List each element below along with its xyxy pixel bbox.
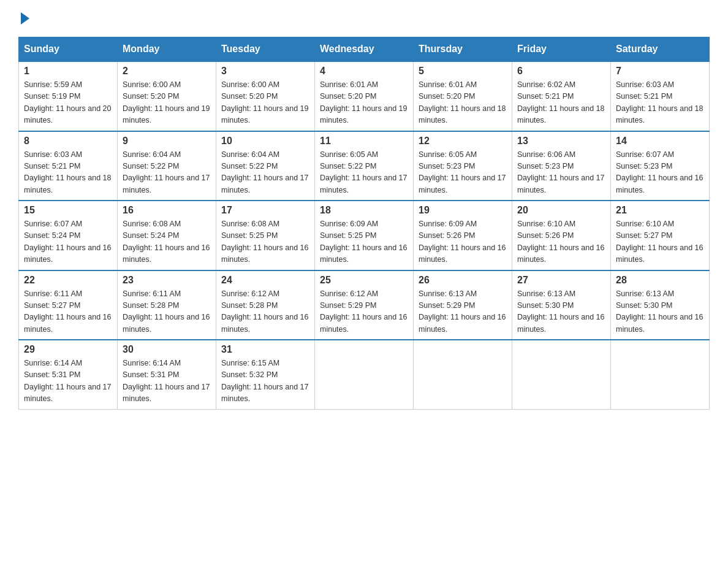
calendar-day-cell: 25 Sunrise: 6:12 AMSunset: 5:29 PMDaylig… bbox=[315, 270, 414, 340]
weekday-header-sunday: Sunday bbox=[19, 37, 118, 62]
day-number: 6 bbox=[517, 66, 605, 77]
page-header bbox=[18, 12, 710, 25]
calendar-day-cell: 30 Sunrise: 6:14 AMSunset: 5:31 PMDaylig… bbox=[118, 340, 216, 409]
day-info: Sunrise: 6:08 AMSunset: 5:25 PMDaylight:… bbox=[221, 218, 309, 266]
calendar-day-cell: 21 Sunrise: 6:10 AMSunset: 5:27 PMDaylig… bbox=[611, 201, 710, 270]
weekday-header-row: SundayMondayTuesdayWednesdayThursdayFrid… bbox=[19, 37, 710, 62]
day-number: 17 bbox=[221, 205, 309, 216]
calendar-day-cell: 6 Sunrise: 6:02 AMSunset: 5:21 PMDayligh… bbox=[512, 61, 611, 131]
day-info: Sunrise: 6:13 AMSunset: 5:29 PMDaylight:… bbox=[419, 288, 507, 336]
day-info: Sunrise: 6:01 AMSunset: 5:20 PMDaylight:… bbox=[320, 79, 408, 127]
day-info: Sunrise: 6:06 AMSunset: 5:23 PMDaylight:… bbox=[517, 149, 605, 197]
calendar-day-cell: 22 Sunrise: 6:11 AMSunset: 5:27 PMDaylig… bbox=[19, 270, 118, 340]
calendar-day-cell: 9 Sunrise: 6:04 AMSunset: 5:22 PMDayligh… bbox=[118, 131, 216, 201]
logo bbox=[18, 12, 32, 25]
day-info: Sunrise: 6:07 AMSunset: 5:23 PMDaylight:… bbox=[616, 149, 704, 197]
calendar-week-row: 22 Sunrise: 6:11 AMSunset: 5:27 PMDaylig… bbox=[19, 270, 710, 340]
calendar-day-cell: 19 Sunrise: 6:09 AMSunset: 5:26 PMDaylig… bbox=[414, 201, 512, 270]
day-info: Sunrise: 6:04 AMSunset: 5:22 PMDaylight:… bbox=[221, 149, 309, 197]
day-number: 31 bbox=[221, 344, 309, 355]
calendar-day-cell: 18 Sunrise: 6:09 AMSunset: 5:25 PMDaylig… bbox=[315, 201, 414, 270]
day-info: Sunrise: 6:02 AMSunset: 5:21 PMDaylight:… bbox=[517, 79, 605, 127]
day-info: Sunrise: 6:10 AMSunset: 5:27 PMDaylight:… bbox=[616, 218, 704, 266]
day-info: Sunrise: 6:04 AMSunset: 5:22 PMDaylight:… bbox=[123, 149, 211, 197]
calendar-week-row: 15 Sunrise: 6:07 AMSunset: 5:24 PMDaylig… bbox=[19, 201, 710, 270]
day-number: 18 bbox=[320, 205, 408, 216]
day-info: Sunrise: 5:59 AMSunset: 5:19 PMDaylight:… bbox=[24, 79, 112, 127]
day-number: 9 bbox=[123, 136, 211, 147]
calendar-day-cell: 29 Sunrise: 6:14 AMSunset: 5:31 PMDaylig… bbox=[19, 340, 118, 409]
day-number: 15 bbox=[24, 205, 112, 216]
day-number: 16 bbox=[123, 205, 211, 216]
day-number: 10 bbox=[221, 136, 309, 147]
calendar-day-cell: 23 Sunrise: 6:11 AMSunset: 5:28 PMDaylig… bbox=[118, 270, 216, 340]
calendar-day-cell: 20 Sunrise: 6:10 AMSunset: 5:26 PMDaylig… bbox=[512, 201, 611, 270]
day-number: 8 bbox=[24, 136, 112, 147]
day-info: Sunrise: 6:14 AMSunset: 5:31 PMDaylight:… bbox=[24, 358, 112, 405]
day-number: 24 bbox=[221, 275, 309, 286]
calendar-day-cell bbox=[512, 340, 611, 409]
day-number: 13 bbox=[517, 136, 605, 147]
day-info: Sunrise: 6:11 AMSunset: 5:27 PMDaylight:… bbox=[24, 288, 112, 336]
day-number: 4 bbox=[320, 66, 408, 77]
calendar-day-cell: 2 Sunrise: 6:00 AMSunset: 5:20 PMDayligh… bbox=[118, 61, 216, 131]
day-number: 25 bbox=[320, 275, 408, 286]
day-info: Sunrise: 6:15 AMSunset: 5:32 PMDaylight:… bbox=[221, 358, 309, 405]
calendar-day-cell: 10 Sunrise: 6:04 AMSunset: 5:22 PMDaylig… bbox=[216, 131, 315, 201]
day-number: 7 bbox=[616, 66, 704, 77]
day-info: Sunrise: 6:00 AMSunset: 5:20 PMDaylight:… bbox=[123, 79, 211, 127]
day-info: Sunrise: 6:13 AMSunset: 5:30 PMDaylight:… bbox=[616, 288, 704, 336]
calendar-day-cell: 26 Sunrise: 6:13 AMSunset: 5:29 PMDaylig… bbox=[414, 270, 512, 340]
calendar-day-cell: 12 Sunrise: 6:05 AMSunset: 5:23 PMDaylig… bbox=[414, 131, 512, 201]
day-info: Sunrise: 6:13 AMSunset: 5:30 PMDaylight:… bbox=[517, 288, 605, 336]
day-number: 23 bbox=[123, 275, 211, 286]
calendar-day-cell: 17 Sunrise: 6:08 AMSunset: 5:25 PMDaylig… bbox=[216, 201, 315, 270]
weekday-header-thursday: Thursday bbox=[414, 37, 512, 62]
day-number: 26 bbox=[419, 275, 507, 286]
weekday-header-wednesday: Wednesday bbox=[315, 37, 414, 62]
calendar-week-row: 29 Sunrise: 6:14 AMSunset: 5:31 PMDaylig… bbox=[19, 340, 710, 409]
day-info: Sunrise: 6:09 AMSunset: 5:25 PMDaylight:… bbox=[320, 218, 408, 266]
calendar-day-cell bbox=[315, 340, 414, 409]
calendar-day-cell: 16 Sunrise: 6:08 AMSunset: 5:24 PMDaylig… bbox=[118, 201, 216, 270]
day-number: 3 bbox=[221, 66, 309, 77]
day-number: 20 bbox=[517, 205, 605, 216]
calendar-day-cell bbox=[414, 340, 512, 409]
day-info: Sunrise: 6:03 AMSunset: 5:21 PMDaylight:… bbox=[24, 149, 112, 197]
day-info: Sunrise: 6:01 AMSunset: 5:20 PMDaylight:… bbox=[419, 79, 507, 127]
day-number: 28 bbox=[616, 275, 704, 286]
calendar-day-cell: 11 Sunrise: 6:05 AMSunset: 5:22 PMDaylig… bbox=[315, 131, 414, 201]
day-info: Sunrise: 6:12 AMSunset: 5:29 PMDaylight:… bbox=[320, 288, 408, 336]
day-info: Sunrise: 6:05 AMSunset: 5:22 PMDaylight:… bbox=[320, 149, 408, 197]
day-number: 2 bbox=[123, 66, 211, 77]
day-info: Sunrise: 6:00 AMSunset: 5:20 PMDaylight:… bbox=[221, 79, 309, 127]
logo-arrow-icon bbox=[21, 12, 29, 25]
calendar-day-cell: 7 Sunrise: 6:03 AMSunset: 5:21 PMDayligh… bbox=[611, 61, 710, 131]
calendar-day-cell: 13 Sunrise: 6:06 AMSunset: 5:23 PMDaylig… bbox=[512, 131, 611, 201]
day-info: Sunrise: 6:09 AMSunset: 5:26 PMDaylight:… bbox=[419, 218, 507, 266]
calendar-day-cell bbox=[611, 340, 710, 409]
weekday-header-monday: Monday bbox=[118, 37, 216, 62]
day-number: 30 bbox=[123, 344, 211, 355]
calendar-day-cell: 28 Sunrise: 6:13 AMSunset: 5:30 PMDaylig… bbox=[611, 270, 710, 340]
day-info: Sunrise: 6:12 AMSunset: 5:28 PMDaylight:… bbox=[221, 288, 309, 336]
calendar-day-cell: 5 Sunrise: 6:01 AMSunset: 5:20 PMDayligh… bbox=[414, 61, 512, 131]
weekday-header-saturday: Saturday bbox=[611, 37, 710, 62]
weekday-header-friday: Friday bbox=[512, 37, 611, 62]
day-info: Sunrise: 6:11 AMSunset: 5:28 PMDaylight:… bbox=[123, 288, 211, 336]
calendar-day-cell: 4 Sunrise: 6:01 AMSunset: 5:20 PMDayligh… bbox=[315, 61, 414, 131]
day-number: 21 bbox=[616, 205, 704, 216]
day-number: 5 bbox=[419, 66, 507, 77]
calendar-week-row: 1 Sunrise: 5:59 AMSunset: 5:19 PMDayligh… bbox=[19, 61, 710, 131]
day-number: 22 bbox=[24, 275, 112, 286]
calendar-day-cell: 27 Sunrise: 6:13 AMSunset: 5:30 PMDaylig… bbox=[512, 270, 611, 340]
day-number: 19 bbox=[419, 205, 507, 216]
day-info: Sunrise: 6:05 AMSunset: 5:23 PMDaylight:… bbox=[419, 149, 507, 197]
calendar-day-cell: 14 Sunrise: 6:07 AMSunset: 5:23 PMDaylig… bbox=[611, 131, 710, 201]
calendar-table: SundayMondayTuesdayWednesdayThursdayFrid… bbox=[18, 37, 710, 410]
calendar-day-cell: 31 Sunrise: 6:15 AMSunset: 5:32 PMDaylig… bbox=[216, 340, 315, 409]
calendar-day-cell: 8 Sunrise: 6:03 AMSunset: 5:21 PMDayligh… bbox=[19, 131, 118, 201]
day-number: 1 bbox=[24, 66, 112, 77]
day-number: 12 bbox=[419, 136, 507, 147]
day-number: 29 bbox=[24, 344, 112, 355]
